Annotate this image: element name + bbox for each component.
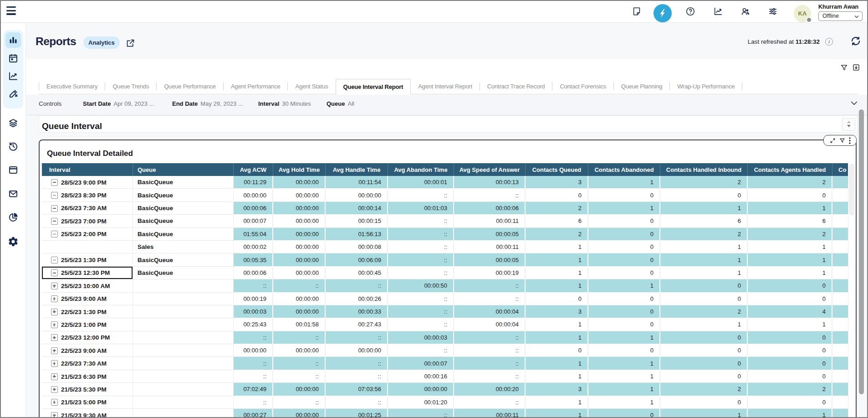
value-cell[interactable]: 00:00:00 <box>234 344 273 357</box>
value-cell[interactable]: 00:00:07 <box>388 357 454 370</box>
value-cell[interactable]: 0 <box>748 370 832 383</box>
interval-cell[interactable]: 25/5/23 1:30 PM <box>42 253 133 266</box>
value-cell[interactable]: 00:00:00 <box>273 267 326 279</box>
external-link-icon[interactable] <box>126 38 135 48</box>
value-cell[interactable]: 00:01:03 <box>388 202 454 215</box>
tab-agent-interval-report[interactable]: Agent Interval Report <box>411 78 480 94</box>
interval-cell[interactable]: 21/5/23 9:30 AM <box>42 409 133 418</box>
users-icon[interactable] <box>740 6 751 16</box>
collapse-icon[interactable] <box>51 231 58 237</box>
page-scrollbar-thumb[interactable] <box>859 109 864 394</box>
col-header-contacts-handled-inbound[interactable]: Contacts Handled Inbound <box>660 163 748 176</box>
value-cell[interactable]: 2 <box>748 176 832 189</box>
interval-cell[interactable]: 21/5/23 5:00 PM <box>42 396 133 409</box>
value-cell[interactable]: 0 <box>588 228 660 241</box>
col-header-avg-hold-time[interactable]: Avg Hold Time <box>273 163 326 176</box>
value-cell[interactable]: 0 <box>588 318 660 331</box>
queue-cell[interactable] <box>133 370 234 383</box>
tab-queue-performance[interactable]: Queue Performance <box>157 78 223 94</box>
value-cell[interactable]: 00:00:05 <box>454 253 526 266</box>
value-cell[interactable]: :: <box>273 357 326 370</box>
status-select[interactable]: Offline <box>818 11 863 21</box>
help-icon[interactable] <box>685 6 695 16</box>
value-cell[interactable]: :: <box>454 189 526 201</box>
interval-cell[interactable]: 22/5/23 12:00 PM <box>42 331 133 344</box>
queue-cell[interactable] <box>133 409 234 418</box>
value-cell[interactable]: 3 <box>526 176 588 189</box>
queue-cell[interactable] <box>133 396 234 409</box>
value-cell[interactable]: 1 <box>526 279 588 292</box>
value-cell[interactable]: 6 <box>526 215 588 227</box>
value-cell[interactable]: 0 <box>526 189 588 201</box>
value-cell[interactable]: :: <box>454 396 526 409</box>
value-cell[interactable]: 0 <box>588 215 660 227</box>
value-cell[interactable]: 0 <box>660 357 748 370</box>
value-cell[interactable]: 00:00:50 <box>388 279 454 292</box>
value-cell[interactable]: 1 <box>748 318 832 331</box>
value-cell[interactable]: 0 <box>748 331 832 344</box>
value-cell[interactable]: 1 <box>526 241 588 253</box>
line-chart-icon[interactable] <box>8 71 19 82</box>
interval-cell[interactable]: 22/5/23 7:30 AM <box>42 357 133 370</box>
value-cell[interactable]: 1 <box>588 202 660 215</box>
value-cell[interactable]: 00:00:04 <box>454 305 526 318</box>
interval-cell[interactable]: 28/5/23 8:30 PM <box>42 189 133 201</box>
col-header-avg-abandon-time[interactable]: Avg Abandon Time <box>388 163 454 176</box>
value-cell[interactable]: :: <box>273 370 326 383</box>
col-header-avg-speed-of-answer[interactable]: Avg Speed of Answer <box>454 163 526 176</box>
value-cell[interactable]: :: <box>326 396 388 409</box>
value-cell[interactable]: :: <box>454 293 526 305</box>
expand-icon[interactable] <box>51 373 58 380</box>
value-cell[interactable]: 2 <box>526 202 588 215</box>
value-cell[interactable]: 00:01:58 <box>273 318 326 331</box>
info-icon[interactable]: i <box>825 38 833 46</box>
expand-icon[interactable] <box>830 138 836 144</box>
expand-icon[interactable] <box>51 347 58 354</box>
value-cell[interactable]: 00:00:00 <box>273 383 326 396</box>
value-cell[interactable]: 0 <box>526 293 588 305</box>
value-cell[interactable]: 00:27:43 <box>326 318 388 331</box>
value-cell[interactable]: :: <box>234 396 273 409</box>
queue-cell[interactable]: Sales <box>133 241 234 253</box>
collapse-icon[interactable] <box>51 269 58 276</box>
control-end-date[interactable]: End DateMay 29, 2023 ... <box>172 100 243 107</box>
queue-cell[interactable] <box>133 357 234 370</box>
value-cell[interactable]: 00:00:02 <box>234 241 273 253</box>
value-cell[interactable]: 0 <box>588 253 660 266</box>
value-cell[interactable]: 1 <box>588 396 660 409</box>
tab-executive-summary[interactable]: Executive Summary <box>39 78 105 94</box>
value-cell[interactable]: :: <box>273 279 326 292</box>
value-cell[interactable]: 00:00:01 <box>388 176 454 189</box>
col-header-contacts-abandoned[interactable]: Contacts Abandoned <box>588 163 660 176</box>
value-cell[interactable]: :: <box>388 409 454 418</box>
value-cell[interactable]: 0 <box>588 189 660 201</box>
refresh-icon[interactable] <box>850 36 861 46</box>
value-cell[interactable]: 00:00:08 <box>326 241 388 253</box>
value-cell[interactable]: 1 <box>748 409 832 418</box>
value-cell[interactable]: 1 <box>660 202 748 215</box>
chevron-down-icon[interactable] <box>850 99 858 107</box>
value-cell[interactable]: 1 <box>748 253 832 266</box>
queue-cell[interactable] <box>133 318 234 331</box>
value-cell[interactable]: 0 <box>660 189 748 201</box>
value-cell[interactable]: 3 <box>526 305 588 318</box>
collapse-icon[interactable] <box>51 192 58 199</box>
value-cell[interactable]: 0 <box>748 357 832 370</box>
value-cell[interactable]: 00:00:00 <box>273 241 326 253</box>
value-cell[interactable]: 00:00:00 <box>273 228 326 241</box>
menu-icon[interactable] <box>6 6 16 15</box>
sliders-icon[interactable] <box>768 6 778 16</box>
value-cell[interactable]: 00:00:00 <box>273 176 326 189</box>
expand-icon[interactable] <box>51 412 58 418</box>
interval-cell[interactable]: 25/5/23 10:00 AM <box>42 279 133 292</box>
queue-cell[interactable] <box>133 383 234 396</box>
value-cell[interactable]: 1 <box>526 318 588 331</box>
expand-icon[interactable] <box>51 283 58 289</box>
tab-contact-forensics[interactable]: Contact Forensics <box>552 78 613 94</box>
value-cell[interactable]: 00:00:19 <box>234 293 273 305</box>
value-cell[interactable]: 00:00:45 <box>326 267 388 279</box>
value-cell[interactable]: 00:00:00 <box>273 293 326 305</box>
history-icon[interactable] <box>8 141 19 152</box>
value-cell[interactable]: 00:00:06 <box>234 267 273 279</box>
interval-cell[interactable]: 21/5/23 6:30 PM <box>42 370 133 383</box>
